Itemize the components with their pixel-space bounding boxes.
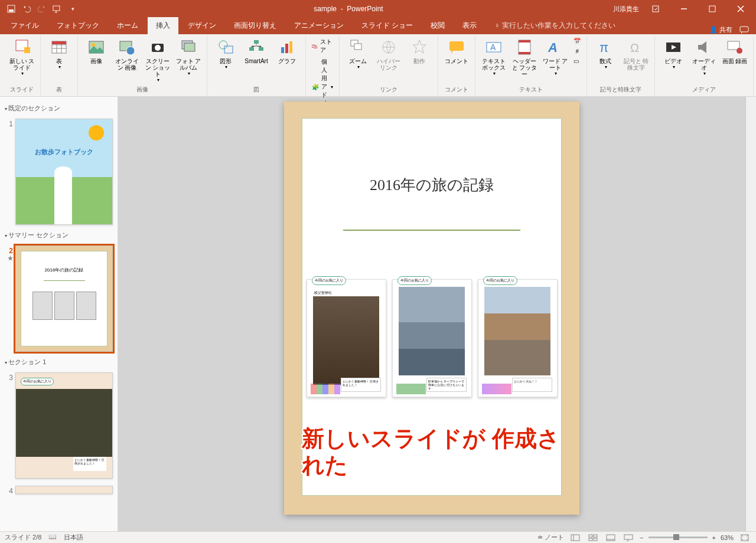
slide-number-button[interactable]: #️ [571,47,583,55]
section-summary[interactable]: サマリー セクション [4,228,114,242]
comments-icon[interactable] [739,26,749,34]
slide-divider [343,230,520,231]
normal-view-icon[interactable] [569,533,582,542]
reading-view-icon[interactable] [604,533,617,542]
photo-card-2[interactable]: あいにくの天気 でしたが、精進 はロープウェイ で行きました 駐車場から ロープ… [392,279,472,397]
equation-button[interactable]: π数式 [591,37,620,81]
shapes-button[interactable]: 図形 [211,37,240,81]
tab-review[interactable]: 校閲 [422,17,453,34]
tab-transitions[interactable]: 画面切り替え [226,17,285,34]
zoom-in-icon[interactable]: + [712,534,716,541]
svg-rect-42 [589,535,592,537]
slide-canvas[interactable]: 2016年の旅の記録 秩父聖神社 とにかく素敵神殿！ 圧倒されました！ あいにく… [118,97,745,531]
svg-rect-21 [249,47,254,51]
ribbon-options-icon[interactable] [644,0,667,18]
maximize-icon[interactable] [700,0,724,18]
tab-animations[interactable]: アニメーション [286,17,352,34]
sorter-view-icon[interactable] [586,533,599,542]
photo-card-3[interactable]: 奈良は紅葉がき れいでした とにかく大仏！！ [478,279,558,397]
fit-to-window-icon[interactable] [738,533,751,542]
spellcheck-icon[interactable]: 📖 [48,533,57,542]
slide-title[interactable]: 2016年の旅の記録 [370,175,494,195]
tab-design[interactable]: デザイン [180,17,224,34]
svg-rect-25 [289,41,292,53]
svg-rect-39 [728,41,739,50]
new-slide-button[interactable]: 新しい スライド [7,37,37,81]
svg-rect-47 [624,535,633,539]
save-icon[interactable] [5,2,18,15]
slide-thumb-4[interactable]: 4 [4,482,114,495]
tell-me[interactable]: ♀ 実行したい作業を入力してください [486,17,623,34]
svg-rect-23 [281,47,284,53]
tab-photobook[interactable]: フォトブック [48,17,107,34]
zoom-level[interactable]: 63% [721,534,734,541]
photo-album-button[interactable]: フォト アルバム [174,37,203,81]
action-button[interactable]: 動作 [405,37,434,81]
slide-thumbnails[interactable]: 既定のセクション 1 お散歩フォトブック サマリー セクション 2★ 2016年… [0,97,118,531]
online-pictures-button[interactable]: オンライン 画像 [112,37,142,81]
tab-insert[interactable]: 挿入 [148,17,178,34]
audio-button[interactable]: オーディオ [689,37,719,81]
tab-home[interactable]: ホーム [109,17,146,34]
screen-recording-button[interactable]: 画面 録画 [720,37,750,81]
svg-rect-1 [9,9,14,12]
tab-file[interactable]: ファイル [2,17,47,34]
zoom-slider[interactable] [649,537,708,538]
language-indicator[interactable]: 日本語 [64,533,83,542]
object-icon: ▭ [573,58,579,64]
svg-rect-9 [52,41,66,44]
header-footer-button[interactable]: ヘッダーと フッター [510,37,539,81]
slide-thumb-2[interactable]: 2★ 2016年の旅の記録 [4,242,114,355]
zoom-icon [348,38,367,57]
textbox-button[interactable]: Aテキスト ボックス [479,37,509,81]
zoom-button[interactable]: ズーム [343,37,373,81]
svg-point-18 [219,41,227,49]
store-button[interactable]: 🛍ストア [309,37,335,55]
video-button[interactable]: ビデオ [659,37,688,81]
svg-rect-17 [184,43,195,51]
tab-slideshow[interactable]: スライド ショー [353,17,421,34]
slide-thumb-3[interactable]: 3 今回のお気に入り とにかく素敵神殿！ 圧倒されました！ [4,369,114,482]
wordart-button[interactable]: Aワード アート [540,37,570,81]
slideshow-view-icon[interactable] [622,533,635,542]
qat-more-icon[interactable]: ▾ [66,2,79,15]
store-icon: 🛍 [312,43,318,50]
section-default[interactable]: 既定のセクション [4,102,114,115]
date-time-button[interactable]: 📅 [571,37,583,45]
svg-point-15 [155,45,161,51]
svg-text:Ω: Ω [630,41,639,54]
hyperlink-button[interactable]: ハイパーリンク [374,37,403,81]
svg-rect-41 [571,535,579,541]
vertical-scrollbar[interactable] [745,97,756,531]
video-icon [664,38,683,57]
zoom-out-icon[interactable]: − [640,534,643,541]
object-button[interactable]: ▭ [571,57,583,66]
svg-rect-2 [53,6,60,11]
notes-button[interactable]: ≐ ノート [537,533,564,542]
svg-rect-27 [354,44,361,50]
symbol-icon: Ω [627,38,646,57]
smartart-button[interactable]: SmartArt [242,37,271,81]
symbol-button[interactable]: Ω記号と 特殊文字 [621,37,651,81]
user-name[interactable]: 川添貴生 [613,5,639,14]
slide-indicator[interactable]: スライド 2/8 [5,533,41,542]
tab-view[interactable]: 表示 [454,17,485,34]
screen-rec-icon [725,38,744,57]
share-button[interactable]: 👤 共有 [709,25,732,34]
slide-thumb-1[interactable]: 1 お散歩フォトブック [4,115,114,228]
chart-button[interactable]: グラフ [272,37,302,81]
workspace: 既定のセクション 1 お散歩フォトブック サマリー セクション 2★ 2016年… [0,97,756,531]
screenshot-button[interactable]: スクリーン ショット [143,37,172,84]
undo-icon[interactable] [20,2,33,15]
photo-card-1[interactable]: 秩父聖神社 とにかく素敵神殿！ 圧倒されました！ [307,279,386,397]
minimize-icon[interactable] [672,0,696,18]
close-icon[interactable] [729,0,752,18]
table-button[interactable]: 表 [44,37,74,81]
collapse-ribbon-icon[interactable]: ⌃ [754,84,756,96]
picture-icon [87,38,106,57]
redo-icon[interactable] [35,2,48,15]
start-from-beginning-icon[interactable] [51,2,64,15]
section-1[interactable]: セクション 1 [4,355,114,369]
pictures-button[interactable]: 画像 [82,37,111,81]
comment-button[interactable]: コメント [442,37,471,81]
